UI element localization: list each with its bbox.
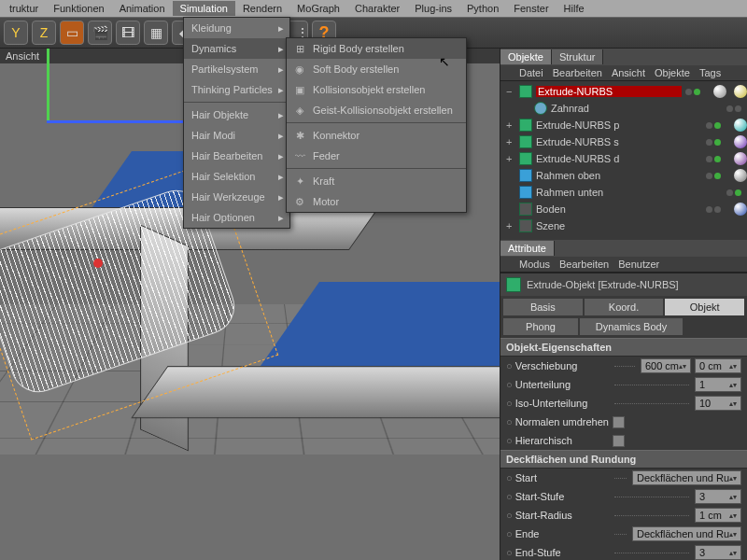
tree-row[interactable]: +Extrude-NURBS d [500,150,747,167]
material-tag-icon[interactable] [734,169,747,182]
object-name[interactable]: Boden [536,203,702,215]
menu-truktur[interactable]: truktur [2,1,46,16]
menu-charakter[interactable]: Charakter [347,1,407,16]
submenu-kollisionsobjekt-erstellen[interactable]: ▣Kollisionsobjekt erstellen [287,79,466,100]
simulation-menu[interactable]: Kleidung▸Dynamics▸Partikelsystem▸Thinkin… [183,17,290,229]
object-name[interactable]: Extrude-NURBS p [536,119,702,131]
tree-row[interactable]: Boden [500,201,747,217]
prop-field[interactable]: Deckflächen und Ru▴▾ [632,526,741,541]
menuitem-hair-selektion[interactable]: Hair Selektion▸ [184,166,289,187]
record-button[interactable]: 🎬 [88,21,112,45]
menu-plug-ins[interactable]: Plug-ins [407,1,459,16]
menu-mograph[interactable]: MoGraph [289,1,347,16]
prop-field[interactable]: 1 cm▴▾ [695,508,741,523]
axis-y-button[interactable]: Y [4,21,28,45]
objbar-datei[interactable]: Datei [519,67,543,78]
menuitem-dynamics[interactable]: Dynamics▸ [184,38,289,59]
attrbar-modus[interactable]: Modus [519,259,550,270]
visibility-dot[interactable] [706,122,712,129]
menu-fenster[interactable]: Fenster [506,1,556,16]
expand-icon[interactable]: + [506,136,515,147]
prop-field[interactable]: 0 cm▴▾ [695,358,741,373]
gizmo-origin[interactable] [93,259,103,268]
object-name[interactable]: Zahnrad [551,103,723,114]
menu-rendern[interactable]: Rendern [235,1,289,16]
material-tag-icon[interactable] [734,203,747,216]
menu-python[interactable]: Python [459,1,506,16]
object-name[interactable]: Rahmen unten [536,187,723,198]
visibility-dot[interactable] [706,173,712,179]
visibility-dot[interactable] [694,89,700,95]
prop-field[interactable]: 600 cm▴▾ [641,358,691,373]
tab-structure[interactable]: Struktur [552,49,604,64]
expand-icon[interactable]: − [506,86,515,97]
material-tag-icon[interactable] [734,119,747,132]
material-tag-icon[interactable] [734,135,747,148]
object-name[interactable]: Rahmen oben [536,170,702,181]
tree-row[interactable]: Rahmen oben [500,167,747,184]
visibility-dot[interactable] [735,189,741,196]
render-button[interactable]: 🎞 [116,21,140,45]
object-name[interactable]: Szene [536,220,738,231]
menu-simulation[interactable]: Simulation [173,1,235,16]
expand-icon[interactable]: + [506,153,515,164]
visibility-dot[interactable] [685,89,692,95]
prop-field[interactable]: 10▴▾ [695,396,741,411]
tab-objekt[interactable]: Objekt [665,299,744,315]
objbar-tags[interactable]: Tags [699,67,721,78]
menu-animation[interactable]: Animation [112,1,173,16]
menu-funktionen[interactable]: Funktionen [46,1,111,16]
menuitem-hair-objekte[interactable]: Hair Objekte▸ [184,105,289,125]
menuitem-hair-werkzeuge[interactable]: Hair Werkzeuge▸ [184,187,289,207]
menuitem-hair-bearbeiten[interactable]: Hair Bearbeiten▸ [184,146,289,166]
tool-button[interactable]: ▭ [60,21,84,45]
visibility-dot[interactable] [714,173,721,179]
visibility-dot[interactable] [726,189,733,196]
prop-field[interactable]: 1▴▾ [695,377,741,392]
visibility-dot[interactable] [706,139,712,146]
object-name[interactable]: Extrude-NURBS [536,86,682,97]
material-tag-icon[interactable] [734,85,747,98]
menu-hilfe[interactable]: Hilfe [557,1,592,16]
axis-z-button[interactable]: Z [32,21,56,45]
menuitem-thinking-particles[interactable]: Thinking Particles▸ [184,79,289,100]
tab-attributes[interactable]: Attribute [500,241,555,256]
hierarchical-checkbox[interactable] [613,435,625,447]
tree-row[interactable]: Zahnrad [500,100,747,117]
visibility-dot[interactable] [706,206,712,213]
tab-coord[interactable]: Koord. [585,299,664,315]
visibility-dot[interactable] [714,206,721,213]
tree-row[interactable]: +Extrude-NURBS p [500,117,747,133]
tab-dynamics-body[interactable]: Dynamics Body [580,318,683,335]
material-tag-icon[interactable] [734,152,747,165]
tab-objects[interactable]: Objekte [500,49,552,64]
submenu-kraft[interactable]: ✦Kraft [287,171,466,191]
prop-field[interactable]: 3▴▾ [695,545,741,560]
menuitem-hair-optionen[interactable]: Hair Optionen▸ [184,207,289,228]
render-settings-button[interactable]: ▦ [144,21,168,45]
prop-field[interactable]: Deckflächen und Ru▴▾ [632,470,741,485]
object-name[interactable]: Extrude-NURBS s [536,136,702,147]
visibility-dot[interactable] [714,139,721,146]
objbar-bearbeiten[interactable]: Bearbeiten [553,67,602,78]
gizmo-y-axis[interactable] [47,49,49,123]
tree-row[interactable]: +Szene [500,217,747,234]
expand-icon[interactable]: + [506,119,515,131]
objbar-ansicht[interactable]: Ansicht [612,67,645,78]
normals-checkbox[interactable] [613,416,625,428]
visibility-dot[interactable] [726,105,733,112]
attrbar-bearbeiten[interactable]: Bearbeiten [559,259,609,270]
visibility-dot[interactable] [714,156,721,162]
object-tree[interactable]: −Extrude-NURBSZahnrad+Extrude-NURBS p+Ex… [500,81,747,240]
prop-field[interactable]: 3▴▾ [695,489,741,504]
menuitem-kleidung[interactable]: Kleidung▸ [184,18,289,38]
expand-icon[interactable]: + [506,220,515,231]
material-tag-icon[interactable] [713,85,726,98]
tree-row[interactable]: +Extrude-NURBS s [500,133,747,150]
menuitem-partikelsystem[interactable]: Partikelsystem▸ [184,59,289,79]
visibility-dot[interactable] [735,105,741,112]
tab-basis[interactable]: Basis [503,299,583,315]
submenu-motor[interactable]: ⚙Motor [287,191,466,212]
visibility-dot[interactable] [706,156,712,162]
visibility-dot[interactable] [714,122,721,129]
